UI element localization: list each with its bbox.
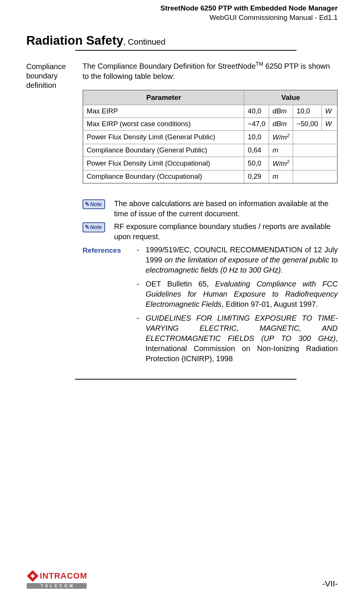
cell-v1: 40,0 bbox=[244, 105, 269, 118]
header-subtitle: WebGUI Commissioning Manual - Ed1.1 bbox=[26, 13, 338, 23]
logo-diamond-icon bbox=[26, 570, 39, 582]
table-row: Compliance Boundary (Occupational) 0,29 … bbox=[83, 170, 337, 183]
ref-plain: OET Bulletin 65, bbox=[146, 280, 215, 288]
cell-u1: m bbox=[269, 144, 293, 157]
cell-u2: W bbox=[322, 118, 337, 130]
cell-u1: m bbox=[269, 170, 293, 183]
note-text: The above calculations are based on info… bbox=[114, 199, 338, 219]
note-badge-icon: ✎Note bbox=[83, 199, 105, 209]
cell-param: Compliance Boundary (Occupational) bbox=[83, 170, 244, 183]
ref-plain: , Edition 97-01, August 1997. bbox=[221, 300, 318, 308]
cell-param: Power Flux Density Limit (Occupational) bbox=[83, 157, 244, 170]
cell-param: Max EIRP bbox=[83, 105, 244, 118]
cell-v1: ~47,0 bbox=[244, 118, 269, 130]
note-badge-icon: ✎Note bbox=[83, 222, 105, 232]
section-suffix: , Continued bbox=[123, 37, 166, 47]
cell-empty bbox=[293, 170, 337, 183]
note-row: ✎Note RF exposure compliance boundary st… bbox=[83, 222, 338, 241]
table-row: Power Flux Density Limit (Occupational) … bbox=[83, 157, 337, 170]
reference-item: 1999/519/EC, COUNCIL RECOMMENDATION of 1… bbox=[137, 245, 338, 275]
section-title: Radiation Safety bbox=[26, 33, 123, 47]
cell-v2: ~50,00 bbox=[293, 118, 322, 130]
th-value: Value bbox=[244, 90, 337, 105]
logo-top: INTRACOM bbox=[26, 570, 87, 582]
parameters-table: Parameter Value Max EIRP 40,0 dBm 10,0 W… bbox=[83, 90, 338, 184]
cell-v2: 10,0 bbox=[293, 105, 322, 118]
cell-param: Max EIRP (worst case conditions) bbox=[83, 118, 244, 130]
references-list: 1999/519/EC, COUNCIL RECOMMENDATION of 1… bbox=[137, 245, 338, 368]
notes-block: ✎Note The above calculations are based o… bbox=[83, 199, 338, 367]
cell-u1: dBm bbox=[269, 105, 293, 118]
table-row: Compliance Boundary (General Public) 0,6… bbox=[83, 144, 337, 157]
note-row: ✎Note The above calculations are based o… bbox=[83, 199, 338, 219]
cell-u2: W bbox=[322, 105, 337, 118]
cell-u1: W/m2W/m2 bbox=[269, 157, 293, 170]
cell-param: Compliance Boundary (General Public) bbox=[83, 144, 244, 157]
content-row: Compliance boundary definition The Compl… bbox=[26, 61, 338, 367]
cell-v1: 10,0 bbox=[244, 130, 269, 144]
section-heading: Radiation Safety, Continued bbox=[26, 33, 338, 48]
cell-v1: 0,29 bbox=[244, 170, 269, 183]
cell-empty bbox=[293, 157, 337, 170]
ref-italic: on the limitation of exposure of the gen… bbox=[146, 256, 338, 274]
reference-item: OET Bulletin 65, Evaluating Compliance w… bbox=[137, 279, 338, 309]
cell-param: Power Flux Density Limit (General Public… bbox=[83, 130, 244, 144]
cell-empty bbox=[293, 130, 337, 144]
page-number: -VII- bbox=[322, 579, 338, 589]
main-column: The Compliance Boundary Definition for S… bbox=[83, 61, 338, 367]
table-row: Max EIRP 40,0 dBm 10,0 W bbox=[83, 105, 337, 118]
side-label: Compliance boundary definition bbox=[26, 61, 83, 90]
ref-italic: GUIDELINES FOR LIMITING EXPOSURE TO TIME… bbox=[146, 314, 338, 342]
cell-empty bbox=[293, 144, 337, 157]
pencil-icon: ✎ bbox=[85, 223, 90, 231]
cell-u1: dBm bbox=[269, 118, 293, 130]
cell-v1: 50,0 bbox=[244, 157, 269, 170]
trademark: TM bbox=[256, 61, 263, 67]
table-row: Power Flux Density Limit (General Public… bbox=[83, 130, 337, 144]
references-label: References bbox=[83, 245, 128, 255]
reference-item: GUIDELINES FOR LIMITING EXPOSURE TO TIME… bbox=[137, 313, 338, 364]
header-title: StreetNode 6250 PTP with Embedded Node M… bbox=[26, 4, 338, 13]
th-parameter: Parameter bbox=[83, 90, 244, 105]
note-label: Note bbox=[90, 201, 102, 208]
intro-paragraph: The Compliance Boundary Definition for S… bbox=[83, 61, 338, 81]
table-row: Max EIRP (worst case conditions) ~47,0 d… bbox=[83, 118, 337, 130]
pencil-icon: ✎ bbox=[85, 201, 90, 208]
divider bbox=[75, 379, 296, 380]
logo-text: INTRACOM bbox=[40, 571, 87, 581]
note-text: RF exposure compliance boundary studies … bbox=[114, 222, 338, 241]
note-label: Note bbox=[90, 224, 102, 231]
company-logo: INTRACOM TELECOM bbox=[26, 570, 87, 589]
cell-u1: W/m2W/m2 bbox=[269, 130, 293, 144]
page-footer: INTRACOM TELECOM -VII- bbox=[26, 570, 338, 589]
divider bbox=[75, 50, 296, 51]
cell-v1: 0,64 bbox=[244, 144, 269, 157]
intro-pre: The Compliance Boundary Definition for S… bbox=[83, 62, 256, 70]
logo-subtext: TELECOM bbox=[27, 583, 87, 589]
page-header: StreetNode 6250 PTP with Embedded Node M… bbox=[26, 4, 338, 22]
document-page: StreetNode 6250 PTP with Embedded Node M… bbox=[0, 0, 364, 600]
references-row: References 1999/519/EC, COUNCIL RECOMMEN… bbox=[83, 245, 338, 368]
